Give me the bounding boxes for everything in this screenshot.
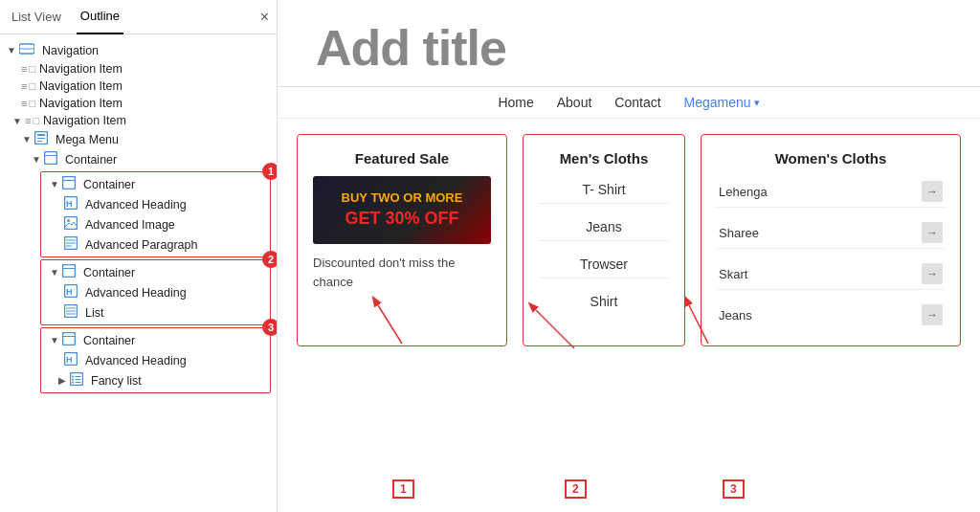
svg-text:H: H bbox=[66, 287, 73, 297]
tree-item-adv-image-1[interactable]: Advanced Image bbox=[41, 214, 270, 234]
num-box-3: 3 bbox=[723, 479, 745, 499]
tree-item-navigation[interactable]: Navigation bbox=[0, 40, 277, 60]
adv-heading-1-label: Advanced Heading bbox=[85, 198, 187, 211]
page-title: Add title bbox=[316, 19, 942, 77]
tree-item-container3[interactable]: Container bbox=[41, 330, 270, 350]
svg-text:H: H bbox=[66, 199, 73, 209]
adv-heading-2-label: Advanced Heading bbox=[85, 286, 187, 300]
tree-item-adv-heading-2[interactable]: H Advanced Heading bbox=[41, 282, 270, 302]
nav-home[interactable]: Home bbox=[498, 95, 533, 110]
tree-item-adv-para-1[interactable]: Advanced Paragraph bbox=[41, 234, 270, 255]
menu-panel-womens: Women's Cloths Lehenga → Sharee → Skart … bbox=[701, 134, 961, 346]
nav-icon bbox=[19, 42, 34, 58]
discount-text: Discounted don't miss the chance bbox=[313, 254, 491, 291]
eq-icon4: ≡ bbox=[25, 115, 31, 126]
tree-item-megamenu[interactable]: Mega Menu bbox=[0, 129, 277, 149]
cont-expand-arrow[interactable] bbox=[31, 154, 42, 165]
womens-arrow-3[interactable]: → bbox=[922, 304, 943, 325]
tree-item-adv-heading-1[interactable]: H Advanced Heading bbox=[41, 194, 270, 214]
svg-point-31 bbox=[72, 376, 74, 378]
tree-item-container2[interactable]: Container bbox=[41, 262, 270, 282]
tree-item-nav1[interactable]: ≡ □ Navigation Item bbox=[0, 60, 277, 78]
num-box-1: 1 bbox=[392, 479, 414, 499]
tree-item-nav4[interactable]: ≡ □ Navigation Item bbox=[0, 112, 277, 129]
fancy-expand[interactable] bbox=[56, 375, 68, 386]
eq-icon1b: □ bbox=[29, 63, 35, 75]
container-icon-parent bbox=[44, 151, 57, 167]
svg-rect-12 bbox=[65, 217, 78, 230]
adv-heading-3-label: Advanced Heading bbox=[85, 354, 187, 367]
womens-label-1: Sharee bbox=[719, 226, 759, 240]
c2-expand[interactable] bbox=[49, 267, 60, 278]
eq-icon2b: □ bbox=[29, 80, 35, 92]
container-icon-1 bbox=[62, 176, 76, 192]
c1-expand[interactable] bbox=[49, 179, 60, 189]
container-icon-3 bbox=[62, 332, 76, 348]
nav-item-3-label: Navigation Item bbox=[39, 97, 122, 110]
nav-megamenu[interactable]: Megamenu ▾ bbox=[684, 95, 760, 110]
tree-item-list[interactable]: List bbox=[41, 302, 270, 323]
womens-label-0: Lehenga bbox=[719, 185, 768, 199]
womens-item-3[interactable]: Jeans → bbox=[717, 300, 945, 330]
tree-item-container1[interactable]: Container bbox=[41, 174, 270, 194]
womens-item-0[interactable]: Lehenga → bbox=[717, 176, 945, 208]
womens-arrow-2[interactable]: → bbox=[922, 263, 943, 284]
right-panel: Add title Home About Contact Megamenu ▾ … bbox=[278, 0, 980, 512]
nav-about[interactable]: About bbox=[557, 95, 592, 110]
nav-item-2-label: Navigation Item bbox=[39, 79, 122, 93]
heading-icon-2: H bbox=[64, 284, 78, 301]
mega-menu-wrapper: Featured Sale BUY TWO OR MORE GET 30% OF… bbox=[278, 119, 980, 512]
megamenu-label: Megamenu bbox=[684, 95, 751, 110]
nav-contact[interactable]: Contact bbox=[614, 95, 660, 110]
svg-rect-8 bbox=[63, 177, 76, 189]
tree-item-container-parent[interactable]: Container bbox=[0, 149, 277, 169]
close-button[interactable]: × bbox=[260, 9, 269, 26]
annotation-num-1: 1 bbox=[392, 479, 414, 499]
mens-item-3[interactable]: Shirt bbox=[539, 288, 669, 315]
adv-para-1-label: Advanced Paragraph bbox=[85, 238, 197, 252]
svg-text:H: H bbox=[66, 355, 73, 365]
tab-list-view[interactable]: List View bbox=[8, 0, 65, 34]
num-box-2: 2 bbox=[565, 479, 587, 499]
tree-item-nav3[interactable]: ≡ □ Navigation Item bbox=[0, 95, 277, 112]
menu-panel-featured: Featured Sale BUY TWO OR MORE GET 30% OF… bbox=[297, 134, 507, 346]
mega-menu-area: Featured Sale BUY TWO OR MORE GET 30% OF… bbox=[278, 119, 980, 362]
mens-item-0[interactable]: T- Shirt bbox=[539, 176, 669, 204]
container-1-label: Container bbox=[83, 178, 135, 191]
c3-expand[interactable] bbox=[49, 335, 60, 345]
left-panel: List View Outline × Navigation ≡ □ Navig… bbox=[0, 0, 278, 512]
banner-line2: GET 30% OFF bbox=[323, 207, 481, 231]
sale-banner: BUY TWO OR MORE GET 30% OFF bbox=[313, 176, 491, 244]
womens-item-1[interactable]: Sharee → bbox=[717, 217, 945, 249]
nav4-expand-arrow[interactable] bbox=[11, 116, 23, 126]
panel1-header: Featured Sale bbox=[313, 150, 491, 167]
adv-image-1-label: Advanced Image bbox=[85, 218, 175, 232]
womens-arrow-0[interactable]: → bbox=[922, 181, 943, 202]
womens-arrow-1[interactable]: → bbox=[922, 222, 943, 243]
container-group-1: 1 Container H Advanced Heading Advanced bbox=[40, 171, 271, 257]
svg-rect-26 bbox=[63, 333, 76, 345]
container-3-label: Container bbox=[83, 334, 135, 347]
womens-item-2[interactable]: Skart → bbox=[717, 258, 945, 290]
tree-item-nav2[interactable]: ≡ □ Navigation Item bbox=[0, 78, 277, 95]
banner-line1: BUY TWO OR MORE bbox=[323, 189, 481, 207]
menu-panel-mens: Men's Cloths T- Shirt Jeans Trowser Shir… bbox=[523, 134, 685, 346]
eq-icon3b: □ bbox=[29, 98, 35, 109]
svg-point-13 bbox=[67, 219, 70, 222]
mens-item-2[interactable]: Trowser bbox=[539, 251, 669, 278]
mega-expand-arrow[interactable] bbox=[21, 134, 33, 145]
tab-outline[interactable]: Outline bbox=[77, 0, 123, 34]
page-title-area: Add title bbox=[278, 0, 980, 87]
svg-rect-4 bbox=[37, 138, 45, 139]
tree-item-fancy-list[interactable]: Fancy list bbox=[41, 370, 270, 390]
panel-tabs: List View Outline × bbox=[0, 0, 277, 34]
svg-rect-6 bbox=[45, 152, 57, 165]
mega-menu-label: Mega Menu bbox=[56, 133, 119, 146]
tree-container: Navigation ≡ □ Navigation Item ≡ □ Navig… bbox=[0, 34, 277, 512]
nav-expand-arrow[interactable] bbox=[6, 45, 17, 56]
svg-point-33 bbox=[72, 382, 74, 384]
image-icon-1 bbox=[64, 216, 78, 233]
mens-item-1[interactable]: Jeans bbox=[539, 213, 669, 241]
tree-item-adv-heading-3[interactable]: H Advanced Heading bbox=[41, 350, 270, 370]
eq-icon4b: □ bbox=[33, 115, 39, 126]
